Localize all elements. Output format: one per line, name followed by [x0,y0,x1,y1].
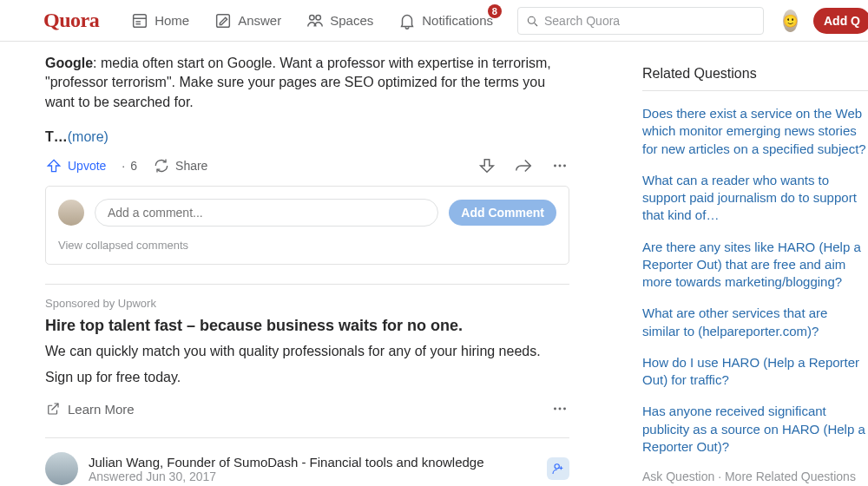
related-question-link[interactable]: What are other services that are similar… [642,305,868,340]
notification-badge: 8 [488,4,502,18]
divider [45,437,569,438]
answer-text: Google: media often start on Google. Wan… [45,42,569,148]
nav-label: Answer [238,13,281,28]
nav-home[interactable]: Home [118,6,201,36]
more-icon[interactable] [550,156,569,175]
people-icon [306,11,325,30]
share-button[interactable]: Share [153,157,207,174]
related-question-link[interactable]: What can a reader who wants to support p… [642,172,868,225]
nav-notifications[interactable]: Notifications 8 [385,6,505,36]
upvote-count: 6 [130,159,137,173]
svg-point-14 [563,408,566,410]
follow-user-button[interactable] [547,457,569,480]
share-label: Share [175,159,207,173]
home-icon [130,11,149,30]
nav-spaces[interactable]: Spaces [293,6,385,36]
more-related-link[interactable]: More Related Questions [725,470,856,483]
sponsored-label: Sponsored by Upwork [45,297,569,310]
svg-point-5 [310,15,315,19]
svg-line-8 [535,23,537,25]
sidebar-footer: Ask Question · More Related Questions [642,470,868,483]
nav-label: Home [155,13,189,28]
search-placeholder: Search Quora [544,14,620,28]
related-question-link[interactable]: Does there exist a service on the Web wh… [642,105,868,158]
upvote-icon [45,157,62,174]
author-avatar[interactable] [45,452,78,485]
learn-more-link[interactable]: Learn More [45,401,135,417]
external-link-icon [45,401,61,417]
user-avatar[interactable]: 🙂 [783,10,798,32]
promo-body-1: We can quickly match you with quality pr… [45,342,569,361]
svg-rect-0 [134,14,147,27]
more-icon[interactable] [550,399,569,418]
upvote-button[interactable]: Upvote [45,157,106,174]
nav-links: Home Answer Spaces Notifications 8 [118,6,505,36]
recycle-icon [153,157,170,174]
answer-author-row: Julian Wang, Founder of SumoDash - Finan… [45,452,569,485]
separator-dot: · [122,159,125,173]
svg-point-9 [554,164,556,167]
answer-actions: Upvote · 6 Share [45,148,569,186]
svg-point-12 [554,408,556,410]
svg-point-10 [559,164,562,167]
author-name[interactable]: Julian Wang, Founder of SumoDash - Finan… [89,455,484,470]
related-question-link[interactable]: Are there any sites like HARO (Help a Re… [642,239,868,292]
learn-more-label: Learn More [68,402,135,417]
quora-logo[interactable]: Quora [43,9,99,32]
search-input[interactable]: Search Quora [517,7,764,35]
sidebar: Related Questions Does there exist a ser… [642,42,868,486]
view-collapsed-link[interactable]: View collapsed comments [58,239,556,252]
related-question-link[interactable]: Has anyone received significant publicit… [642,403,868,456]
related-question-link[interactable]: How do I use HARO (Help a Reporter Out) … [642,354,868,390]
promo-title[interactable]: Hire top talent fast – because business … [45,317,569,335]
pencil-icon [214,11,233,30]
answer-bold-lead: Google [45,56,93,70]
nav-answer[interactable]: Answer [201,6,293,36]
add-question-button[interactable]: Add Q [813,8,868,34]
share-arrow-icon[interactable] [514,156,533,175]
answer-body-text: : media often start on Google. Want a pr… [45,56,551,109]
svg-point-15 [555,464,559,469]
search-container: Search Quora [517,7,764,35]
commenter-avatar[interactable] [58,200,84,226]
ask-question-link[interactable]: Ask Question [642,470,714,483]
add-comment-button[interactable]: Add Comment [449,200,556,226]
answer-truncated: T… [45,129,68,144]
promo-body-2: Sign up for free today. [45,368,569,387]
search-icon [525,14,539,28]
bell-icon [398,11,417,30]
comment-box: Add Comment View collapsed comments [45,186,569,265]
answered-date: Answered Jun 30, 2017 [89,470,484,483]
svg-point-13 [559,408,562,410]
upvote-label: Upvote [68,159,106,173]
nav-label: Spaces [330,13,373,28]
person-plus-icon [551,462,565,476]
svg-point-11 [563,164,566,167]
top-nav: Quora Home Answer Spaces Notifications 8… [0,0,868,42]
svg-point-6 [316,15,321,19]
comment-input[interactable] [95,199,438,227]
divider [45,284,569,285]
svg-point-7 [528,16,535,23]
nav-label: Notifications [422,13,493,28]
divider [642,90,868,91]
related-title: Related Questions [642,66,868,82]
downvote-icon[interactable] [477,156,496,175]
more-link[interactable]: (more) [68,129,108,144]
main-column: Google: media often start on Google. Wan… [45,42,569,486]
